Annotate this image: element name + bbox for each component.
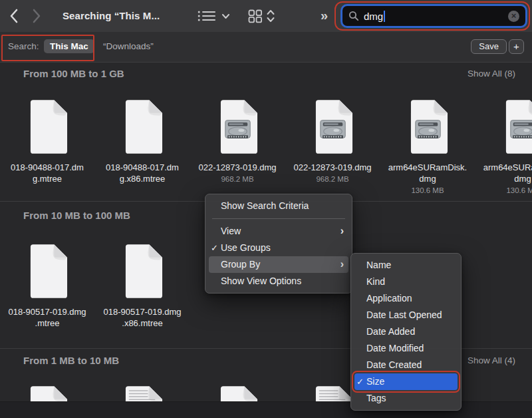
dmg-disk-image-icon (312, 99, 354, 155)
file-name: arm64eSURamDisk.dmg (479, 162, 532, 184)
menu-item-name[interactable]: Name (354, 257, 458, 274)
menu-item-label: Tags (366, 393, 386, 403)
menu-item-label: Date Created (366, 359, 422, 370)
menu-item-view[interactable]: View› (209, 223, 348, 240)
menu-item-tags[interactable]: Tags (354, 390, 458, 407)
menu-item-show-view-options[interactable]: Show View Options (209, 273, 348, 290)
menu-item-label: Date Added (366, 326, 415, 337)
finder-window: Searching “This M... (0, 0, 532, 418)
scope-this-mac-button[interactable]: This Mac (44, 39, 94, 53)
menu-item-date-created[interactable]: Date Created (354, 357, 458, 373)
file-name-line: 018-90517-019.dmg (99, 306, 186, 317)
file-size: 968.2 MB (194, 175, 281, 183)
dmg-disk-image-icon (407, 99, 449, 155)
menu-item-kind[interactable]: Kind (354, 274, 458, 290)
menu-item-label: Show View Options (221, 276, 301, 286)
file-name-line: g.x86.mtree (99, 173, 186, 184)
menu-separator (212, 218, 345, 219)
file-name-line: 018-90517-019.dmg (4, 306, 90, 317)
clear-search-button[interactable]: × (508, 11, 519, 22)
file-item[interactable]: 022-12873-019.dmg968.2 MB (194, 99, 281, 183)
file-name-line: 018-90488-017.dm (4, 162, 90, 173)
show-all-button[interactable]: Show All (8) (467, 69, 515, 79)
file-name-line: dmg (384, 173, 471, 184)
file-item[interactable]: 018-90488-017.dmg.mtree (4, 99, 90, 184)
submenu-arrow-icon: › (340, 222, 344, 239)
menu-item-group-by[interactable]: Group By› (209, 256, 348, 273)
dmg-disk-image-icon (502, 99, 532, 155)
dmg-disk-image-icon (217, 99, 259, 155)
file-name: 022-12873-019.dmg (289, 162, 376, 173)
menu-item-label: Size (366, 376, 384, 387)
sort-order-chevrons-icon[interactable] (267, 9, 275, 23)
chevron-right-icon (32, 9, 41, 23)
menu-item-date-modified[interactable]: Date Modified (354, 340, 458, 357)
menu-item-label: Show Search Criteria (221, 200, 309, 211)
menu-item-show-search-criteria[interactable]: Show Search Criteria (209, 198, 348, 214)
menu-item-label: Kind (366, 276, 385, 287)
file-name: 018-90517-019.dmg.mtree (4, 306, 90, 329)
scope-downloads-button[interactable]: “Downloads” (103, 32, 154, 61)
save-button[interactable]: Save (471, 39, 507, 54)
menu-item-date-last-opened[interactable]: Date Last Opened (354, 307, 458, 323)
group-title: From 100 MB to 1 GB (23, 68, 124, 79)
add-criteria-button[interactable]: + (509, 39, 524, 54)
back-button[interactable] (9, 9, 19, 23)
group-title: From 1 MB to 10 MB (23, 355, 119, 366)
list-view-icon (198, 10, 216, 22)
document-icon (27, 99, 68, 155)
menu-item-use-groups[interactable]: ✓Use Groups (209, 240, 348, 256)
file-item[interactable]: 018-90517-019.dmg.mtree (4, 243, 90, 329)
show-all-button[interactable]: Show All (4) (467, 355, 515, 365)
view-menu-chevron-down-icon[interactable] (222, 14, 229, 19)
file-item[interactable]: 022-12873-019.dmg968.2 MB (289, 99, 376, 183)
context-menu: Show Search CriteriaView›✓Use GroupsGrou… (205, 194, 352, 294)
file-item[interactable]: 018-90488-017.dmg.x86.mtree (99, 99, 186, 184)
chevron-left-icon (9, 9, 19, 23)
file-name-line: 018-90488-017.dm (99, 162, 186, 173)
checkmark-icon: ✓ (356, 373, 364, 390)
menu-item-label: Use Groups (221, 242, 271, 253)
menu-item-size[interactable]: ✓Size (354, 373, 458, 390)
toolbar: Searching “This M... (0, 0, 532, 33)
forward-button[interactable] (32, 9, 41, 23)
menu-item-label: Group By (221, 259, 260, 270)
search-input[interactable]: dmg × (340, 4, 527, 28)
file-name-line: g.mtree (4, 173, 90, 184)
file-name: 022-12873-019.dmg (194, 162, 281, 173)
search-icon (348, 11, 359, 21)
group-view-button[interactable] (248, 9, 263, 23)
file-name: arm64eSURamDisk.dmg (384, 162, 471, 184)
file-name-line: 022-12873-019.dmg (194, 162, 281, 173)
document-icon (27, 243, 68, 300)
search-scope-bar: Search: This Mac “Downloads” Save + (0, 32, 532, 63)
file-name-line: .mtree (4, 317, 90, 329)
file-name-line: arm64eSURamDisk. (479, 162, 532, 173)
menu-item-label: Application (366, 293, 412, 304)
file-item[interactable]: arm64eSURamDisk.dmg130.6 MB (384, 99, 471, 194)
list-view-button[interactable] (198, 10, 216, 22)
file-name-line: .x86.mtree (99, 317, 186, 329)
search-scope-label: Search: (8, 32, 39, 61)
document-icon (122, 243, 164, 300)
file-name: 018-90488-017.dmg.mtree (4, 162, 90, 184)
file-item[interactable]: arm64eSURamDisk.dmg130.6 MB (479, 99, 532, 194)
group-header-from-100-mb-to-1-gb: From 100 MB to 1 GBShow All (8) (0, 63, 532, 83)
menu-item-application[interactable]: Application (354, 290, 458, 307)
grid-icon (248, 9, 263, 23)
search-query-text: dmg (364, 11, 383, 22)
menu-item-label: Name (366, 260, 391, 270)
menu-item-label: Date Last Opened (366, 310, 442, 320)
menu-item-label: Date Modified (366, 343, 424, 353)
file-name: 018-90517-019.dmg.x86.mtree (99, 306, 186, 329)
file-item[interactable]: 018-90517-019.dmg.x86.mtree (99, 243, 186, 329)
toolbar-overflow-button[interactable]: » (321, 0, 328, 31)
group-by-submenu: NameKindApplicationDate Last OpenedDate … (350, 253, 462, 411)
file-name-line: 022-12873-019.dmg (289, 162, 376, 173)
file-name-line: dmg (479, 173, 532, 184)
file-name-line: arm64eSURamDisk. (384, 162, 471, 173)
menu-item-label: View (221, 226, 241, 236)
menu-item-date-added[interactable]: Date Added (354, 323, 458, 340)
file-size: 968.2 MB (289, 175, 376, 183)
file-size: 130.6 MB (479, 186, 532, 194)
